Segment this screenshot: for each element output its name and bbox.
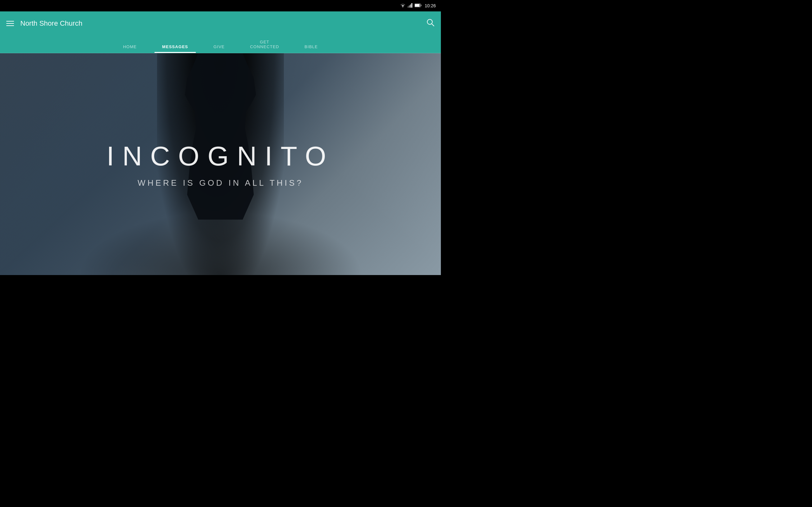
wifi-icon [400, 3, 406, 9]
hamburger-line-3 [6, 25, 14, 26]
status-bar: 10:26 [0, 0, 441, 11]
menu-button[interactable] [6, 21, 14, 26]
battery-icon [415, 3, 421, 8]
hero-text: INCOGNITO WHERE IS GOD IN ALL THIS? [107, 140, 334, 188]
hamburger-line-1 [6, 21, 14, 21]
svg-line-8 [432, 24, 434, 26]
svg-rect-2 [410, 4, 411, 8]
nav-tabs: HOME MESSAGES GIVE GETCONNECTED BIBLE [0, 36, 441, 53]
status-time: 10:26 [425, 3, 436, 8]
svg-rect-3 [411, 3, 412, 8]
hero-subtitle: WHERE IS GOD IN ALL THIS? [107, 178, 334, 188]
hamburger-line-2 [6, 23, 14, 24]
svg-rect-5 [420, 5, 421, 6]
silhouette-figure [165, 53, 276, 220]
app-bar: North Shore Church [0, 11, 441, 36]
svg-rect-0 [408, 6, 409, 8]
svg-rect-6 [415, 4, 420, 7]
app-bar-left: North Shore Church [6, 19, 83, 27]
tab-home[interactable]: HOME [110, 44, 149, 53]
tab-get-connected[interactable]: GETCONNECTED [237, 40, 292, 53]
app-title: North Shore Church [20, 19, 83, 27]
search-button[interactable] [426, 18, 435, 29]
tab-bible[interactable]: BIBLE [292, 44, 331, 53]
tab-messages[interactable]: MESSAGES [149, 44, 201, 53]
tab-give[interactable]: GIVE [201, 44, 237, 53]
status-icons: 10:26 [400, 3, 436, 9]
signal-icon [408, 3, 413, 9]
svg-rect-1 [409, 5, 410, 8]
hero-banner: INCOGNITO WHERE IS GOD IN ALL THIS? [0, 53, 441, 275]
hero-title: INCOGNITO [107, 140, 334, 172]
